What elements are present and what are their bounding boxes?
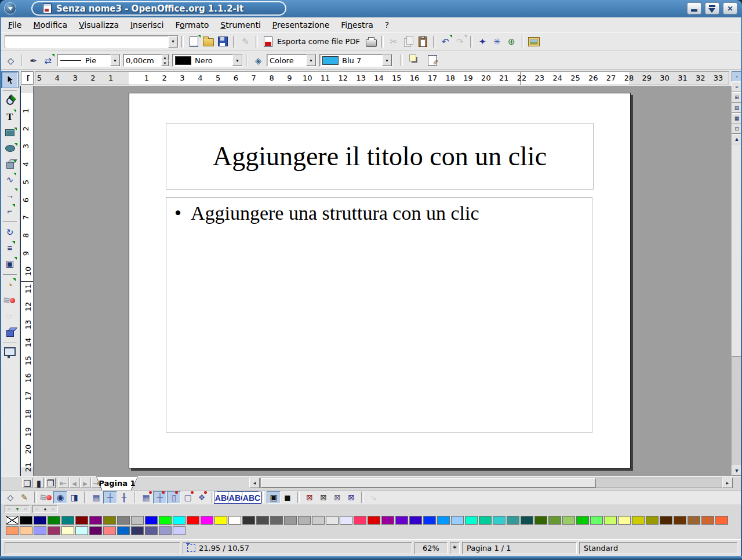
color-swatch[interactable] [131,526,144,535]
tab-type-button[interactable] [21,71,34,85]
color-swatch[interactable] [507,516,519,525]
edit-points-icon[interactable]: ◇ [3,53,18,68]
status-zoom-field[interactable]: 62% [414,542,448,554]
color-swatch[interactable] [117,516,130,525]
menu-help[interactable]: ? [379,19,395,31]
color-swatch[interactable] [34,516,46,525]
color-swatch[interactable] [187,516,199,525]
color-swatch[interactable] [159,516,172,525]
alignment-tool[interactable]: ≡ [2,240,18,256]
color-swatch[interactable] [6,526,19,535]
snap-to-margins-option[interactable]: ▯ [167,491,181,504]
color-swatch[interactable] [61,516,74,525]
paste-icon[interactable] [416,34,430,49]
color-swatch[interactable] [465,516,478,525]
effects-tool[interactable] [2,293,18,308]
line-style-combo[interactable]: Pie ▼ [57,54,121,67]
color-swatch[interactable] [312,516,325,525]
minibar-dots-icon-3[interactable]: ∷ [33,506,41,512]
glue-points-option[interactable]: ✎ [17,491,31,504]
color-swatch[interactable] [326,516,339,525]
color-swatch[interactable] [48,526,60,535]
line-dialog-icon[interactable]: ✒ [26,53,41,68]
minibar-dots-icon-1[interactable]: ∷ [5,506,13,512]
shadow-icon[interactable] [408,53,423,68]
export-pdf-icon[interactable] [261,34,275,49]
menu-inserisci[interactable]: Inserisci [125,19,169,31]
url-input[interactable] [5,37,168,47]
slide-page[interactable]: Aggiungere il titolo con un clic • Aggiu… [129,93,631,468]
guides-front-option[interactable]: ╂ [117,491,131,504]
snap-to-border-option[interactable]: ▢ [181,491,195,504]
arrow-style-icon[interactable]: ⇄ [41,53,55,68]
color-swatch[interactable] [103,516,116,525]
color-swatch[interactable] [674,516,686,525]
spin-down-icon[interactable]: ▼ [161,60,169,66]
window-menu-button[interactable] [4,2,16,14]
minibar-sphere-icon[interactable]: ● [41,506,49,512]
close-button[interactable]: ✕ [723,2,737,14]
color-swatch[interactable] [395,516,408,525]
color-swatch[interactable] [423,516,436,525]
line-color-combo[interactable]: Nero ▼ [172,54,243,67]
navigator-icon[interactable]: ✦ [475,34,490,49]
color-swatch[interactable] [20,516,32,525]
rotate-tool[interactable]: ↻ [2,224,18,240]
color-swatch[interactable] [145,526,158,535]
color-swatch[interactable] [75,526,88,535]
status-style-field[interactable]: Standard [579,542,737,554]
spin-up-icon[interactable]: ▲ [161,54,169,60]
color-swatch[interactable] [214,516,227,525]
undo-icon[interactable]: ↶ [438,34,453,49]
text-placeholder-option[interactable]: ⊠ [330,491,344,504]
line-style-dropdown-button[interactable]: ▼ [110,54,120,66]
outline-placeholder[interactable]: • Aggiungere una struttura con un clic [166,197,592,433]
line-width-spinner[interactable]: 0,00cm ▲▼ [123,54,169,67]
hyperlink-icon[interactable]: ⊕ [504,34,519,49]
maximize-button[interactable] [705,2,719,14]
scroll-left-button[interactable]: ◂ [249,478,260,488]
status-position-field[interactable]: 21,95 / 10,57 [183,542,412,554]
edit-style-icon[interactable] [425,53,439,68]
no-fill-swatch[interactable] [6,516,19,525]
color-swatch[interactable] [437,516,450,525]
color-swatch[interactable] [701,516,714,525]
color-swatch[interactable] [228,516,241,525]
color-swatch[interactable] [75,516,88,525]
color-swatch[interactable] [381,516,394,525]
color-swatch[interactable] [159,526,172,535]
fill-color-combo[interactable]: Blu 7 ▼ [319,54,392,67]
gallery-icon[interactable] [527,34,541,49]
show-guides-option[interactable]: ┼ [103,491,117,504]
url-dropdown-button[interactable]: ▼ [168,36,178,48]
horizontal-scroll-thumb[interactable] [261,478,596,488]
menu-strumenti[interactable]: Strumenti [214,19,267,31]
connector-tool[interactable]: ⌐ [2,203,18,219]
minibar-triangle-icon[interactable]: ▼ [13,506,21,512]
color-swatch[interactable] [20,526,32,535]
color-swatch[interactable] [117,526,130,535]
color-swatch[interactable] [201,516,213,525]
color-swatch[interactable] [340,516,352,525]
color-swatch[interactable] [256,516,269,525]
edit-points-option[interactable]: ◇ [3,491,17,504]
menu-modifica[interactable]: Modifica [27,19,73,31]
color-swatch[interactable] [521,516,533,525]
color-swatch[interactable] [34,526,46,535]
line-contour-option[interactable]: ⊠ [344,491,358,504]
line-color-dropdown-button[interactable]: ▼ [232,54,242,66]
color-swatch[interactable] [48,516,60,525]
insert-object-tool[interactable]: ◔ [2,277,18,293]
color-swatch[interactable] [61,526,74,535]
color-swatch[interactable] [646,516,659,525]
color-swatch[interactable] [534,516,547,525]
color-swatch[interactable] [131,516,144,525]
color-swatch[interactable] [688,516,700,525]
color-swatch[interactable] [368,516,380,525]
minimize-button[interactable] [687,2,701,14]
autopilot-icon[interactable]: ✳ [490,34,504,49]
scroll-right-button[interactable]: ▸ [722,478,733,488]
color-swatch[interactable] [89,526,102,535]
large-handles-option[interactable]: ◼ [281,491,294,504]
menu-formato[interactable]: Formato [169,19,214,31]
